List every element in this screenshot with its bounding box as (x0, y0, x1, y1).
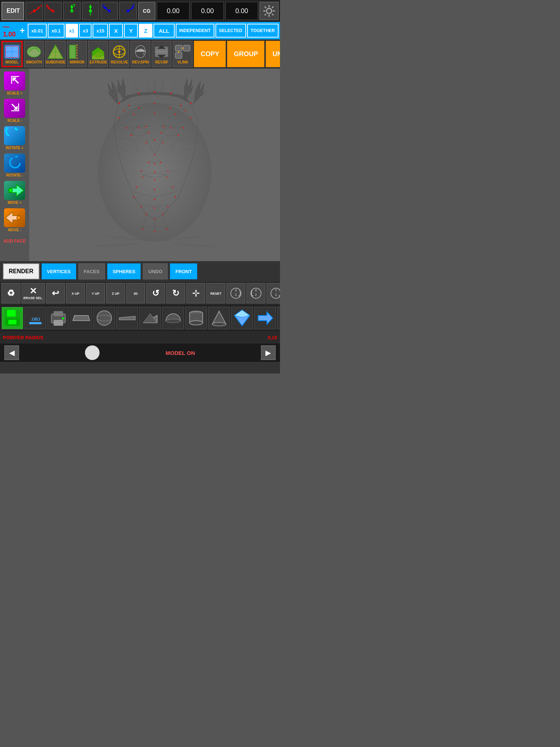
diamond-button[interactable] (231, 307, 253, 329)
tool-row: MODEL SMOOTH SUBDIVIDE (0, 39, 280, 69)
vertices-button[interactable]: VERTICES (42, 263, 76, 279)
axis-x-button[interactable]: X (109, 24, 123, 38)
z-up-label: Z UP (112, 292, 120, 295)
selected-button[interactable]: SELECTED (215, 24, 246, 38)
sphere-button[interactable] (93, 307, 115, 329)
svg-text:⇱: ⇱ (11, 75, 19, 86)
copy-button[interactable]: COPY (194, 41, 226, 67)
mult-x3-button[interactable]: x3 (79, 24, 92, 38)
svg-marker-14 (89, 5, 92, 8)
x-up-button[interactable]: X UP (66, 283, 85, 303)
recycle-button[interactable]: ♻ (1, 283, 20, 303)
z-neg-axis-button[interactable]: Z (101, 2, 118, 20)
svg-text:X: X (255, 289, 257, 292)
y-axis-button[interactable]: Y (63, 2, 80, 20)
arrow-right-button[interactable] (254, 307, 276, 329)
svg-point-240 (212, 322, 226, 326)
undo-button[interactable]: UNDO (143, 263, 168, 279)
move-minus-sidebar[interactable]: MOVE - (1, 207, 28, 233)
y-up-button[interactable]: Y UP (86, 283, 105, 303)
hemisphere-button[interactable] (162, 307, 184, 329)
mult-x01-button[interactable]: x0.1 (48, 24, 64, 38)
independent-button[interactable]: INDEPENDENT (176, 24, 214, 38)
cg-button[interactable]: CG (138, 2, 155, 20)
y-coord-input[interactable] (191, 2, 224, 20)
nav-next-button[interactable]: ▶ (261, 345, 276, 360)
rot-xz-ccw-button[interactable]: X Z (246, 283, 265, 303)
undo2-button[interactable]: ↺ (146, 283, 165, 303)
mult-x001-button[interactable]: x0.01 (28, 24, 47, 38)
scroll-thumb[interactable] (85, 345, 100, 360)
move-plus-sidebar[interactable]: MOVE + (1, 179, 28, 206)
tool-extrude[interactable]: EXTRUDE (88, 41, 108, 67)
tool-smooth[interactable]: SMOOTH (24, 41, 44, 67)
rot-yz-cw-button[interactable]: Y Z (267, 283, 280, 303)
z-up-button[interactable]: Z UP (106, 283, 125, 303)
svg-point-164 (160, 132, 162, 133)
diamond-outline-button[interactable] (277, 307, 280, 329)
faces-button[interactable]: FACES (78, 263, 105, 279)
3d-button[interactable]: 3D (126, 283, 145, 303)
rotate-minus-sidebar[interactable]: ROTATE - (1, 152, 28, 179)
render-button[interactable]: RENDER (3, 263, 39, 279)
tool-mirror[interactable]: MIRROR (67, 41, 87, 67)
flat-thin-button[interactable] (116, 307, 138, 329)
z-axis-button[interactable]: Z (119, 2, 136, 20)
edit-button[interactable]: EDIT (1, 2, 24, 20)
save-button[interactable] (1, 307, 23, 329)
cone-button[interactable] (208, 307, 230, 329)
tool-model[interactable]: MODEL (1, 41, 23, 67)
x-axis-button[interactable]: X (26, 2, 43, 20)
nav-prev-button[interactable]: ◀ (4, 345, 19, 360)
axis-y-button[interactable]: Y (124, 24, 138, 38)
scale-plus-button[interactable]: + (18, 24, 27, 38)
add-face-sidebar[interactable]: ADD FACE (1, 234, 28, 245)
mult-x1-button[interactable]: x1 (66, 24, 78, 38)
3d-label: 3D (133, 292, 138, 295)
cylinder-button[interactable] (185, 307, 207, 329)
x-neg-axis-button[interactable]: X (44, 2, 62, 20)
front-button[interactable]: FRONT (170, 263, 197, 279)
z-coord-input[interactable] (225, 2, 258, 20)
mirror-icon (67, 44, 86, 60)
ungroup-button[interactable]: UNGROUP (266, 41, 280, 67)
y-neg-axis-button[interactable] (82, 2, 99, 20)
svg-point-147 (123, 110, 124, 111)
tool-revspin[interactable]: REV.SPIN (131, 41, 150, 67)
scale-minus-sidebar[interactable]: ⇲ SCALE - (1, 97, 28, 124)
tool-revbf[interactable]: REV.BF (152, 41, 171, 67)
undo-action-button[interactable]: ↩ (46, 283, 65, 303)
redo-button[interactable]: ↻ (166, 283, 185, 303)
print-button[interactable] (47, 307, 69, 329)
viewport[interactable] (29, 69, 280, 261)
export-button[interactable]: .OBJ (24, 307, 46, 329)
mult-x15-button[interactable]: x15 (93, 24, 108, 38)
3d-view[interactable] (29, 69, 280, 261)
flat-quad-button[interactable] (70, 307, 92, 329)
tool-revolve[interactable]: REVOLVE (109, 41, 129, 67)
revbf-label: REV.BF (155, 60, 168, 64)
together-button[interactable]: TOGETHER (247, 24, 279, 38)
axis-z-button[interactable]: Z (139, 24, 152, 38)
svg-point-163 (148, 132, 149, 133)
tool-subdivide[interactable]: SUBDIVIDE (45, 41, 66, 67)
tool-vlink[interactable]: VLINK (173, 41, 192, 67)
x-coord-input[interactable] (157, 2, 190, 20)
reset-button[interactable]: RESET (206, 283, 225, 303)
axis-all-button[interactable]: ALL (153, 24, 174, 38)
group-button[interactable]: GROUP (227, 41, 264, 67)
rot-xz-cw-button[interactable]: X Z (226, 283, 245, 303)
svg-rect-219 (8, 320, 16, 324)
svg-marker-242 (234, 310, 250, 317)
crosshair-button[interactable]: ⊹ (186, 283, 205, 303)
wedge-button[interactable] (139, 307, 161, 329)
svg-marker-211 (278, 295, 280, 297)
scale-plus-sidebar[interactable]: ⇱ SCALE + (1, 70, 28, 97)
rotate-plus-sidebar[interactable]: ROTATE + (1, 125, 28, 151)
erase-sel-button[interactable]: ✕ ERASE SEL. (22, 283, 45, 303)
status-row: POINTER RADIUS 0.10 (0, 331, 280, 344)
svg-point-190 (154, 218, 155, 220)
settings-button[interactable] (260, 2, 279, 20)
svg-point-175 (167, 170, 168, 171)
spheres-button[interactable]: SPHERES (107, 263, 141, 279)
